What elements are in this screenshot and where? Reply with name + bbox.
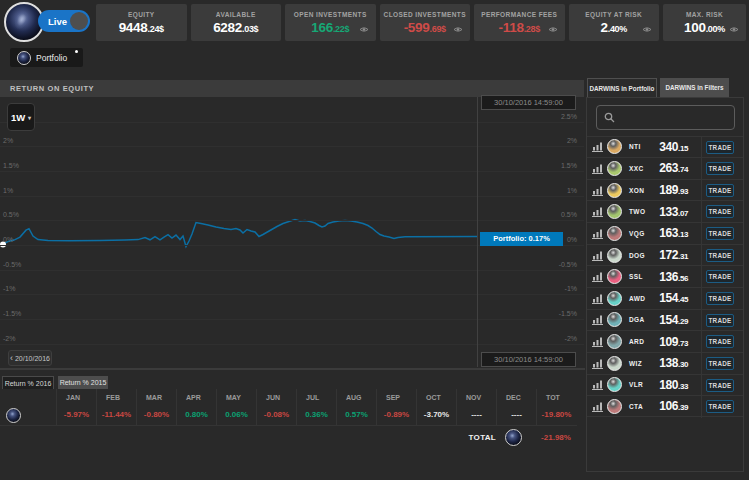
chart-bars-icon[interactable] — [592, 379, 605, 390]
y-tick-right: 1% — [567, 187, 577, 194]
eye-icon[interactable] — [359, 26, 369, 33]
darwin-avatar — [607, 139, 622, 154]
darwin-quote: 263.74 — [657, 161, 688, 175]
darwin-row-xxc: XXC263.74TRADE — [587, 157, 743, 179]
total-value: -21.98% — [536, 433, 576, 442]
chevron-left-icon: ‹ — [10, 353, 13, 363]
range-dropdown[interactable]: 1W ▾ — [7, 103, 35, 131]
stat-equity-at-risk: EQUITY AT RISK2.40% — [569, 4, 660, 41]
trade-button[interactable]: TRADE — [706, 249, 734, 262]
value-cell-aug: 0.57% — [336, 405, 376, 425]
value-cell-feb: -11.44% — [96, 405, 136, 425]
crosshair-date-bottom: 30/10/2016 14:59:00 — [481, 352, 576, 367]
darwin-avatar — [607, 248, 622, 263]
trade-button[interactable]: TRADE — [706, 141, 734, 154]
header-cell-mar: MAR — [136, 389, 176, 405]
value-cell-tot: -19.80% — [536, 405, 576, 425]
portfolio-tab-dot — [75, 50, 78, 53]
trade-button[interactable]: TRADE — [706, 292, 734, 305]
darwins-tab-portfolio[interactable]: DARWINS in Portfolio — [587, 78, 657, 97]
darwin-row-vqg: VQG163.13TRADE — [587, 222, 743, 244]
darwin-avatar — [607, 312, 622, 327]
live-toggle[interactable]: Live — [38, 10, 90, 32]
darwin-quote: 340.15 — [657, 140, 688, 154]
darwin-row-dga: DGA154.29TRADE — [587, 309, 743, 331]
gridline — [0, 220, 584, 221]
chart-bars-icon[interactable] — [592, 141, 605, 152]
darwin-avatar — [607, 183, 622, 198]
y-tick-right: 0% — [567, 236, 577, 243]
header-stats: EQUITY9448.24$AVAILABLE6282.03$OPEN INVE… — [96, 4, 746, 41]
darwin-ticker: NTI — [629, 143, 657, 150]
chart-bars-icon[interactable] — [592, 293, 605, 304]
darwin-ticker: VLR — [629, 381, 657, 388]
chart-bars-icon[interactable] — [592, 314, 605, 325]
eye-icon[interactable] — [548, 26, 558, 33]
trade-button[interactable]: TRADE — [706, 357, 734, 370]
value-cell-dec: ---- — [496, 405, 536, 425]
stat-max-risk: MAX. RISK100.00% — [663, 4, 746, 41]
crosshair-line — [477, 97, 478, 367]
chart-bars-icon[interactable] — [592, 401, 605, 412]
returns-table-values: -5.97%-11.44%-0.80%0.80%0.06%-0.08%0.36%… — [0, 405, 577, 425]
returns-tab-2015[interactable]: Return % 2015 — [58, 376, 108, 389]
darwin-ticker: XXC — [629, 165, 657, 172]
stat-value: 6282.03$ — [191, 20, 282, 35]
y-tick-left: 2% — [3, 137, 13, 144]
returns-tab-2016[interactable]: Return % 2016 — [2, 376, 54, 389]
chart-bars-icon[interactable] — [592, 358, 605, 369]
eye-icon[interactable] — [642, 26, 652, 33]
y-tick-left: 0% — [3, 236, 13, 243]
trade-button[interactable]: TRADE — [706, 227, 734, 240]
y-tick-right: -1.5% — [559, 310, 577, 317]
darwin-ticker: DOG — [629, 252, 657, 259]
darwin-quote: 106.39 — [657, 399, 688, 413]
gridline — [0, 122, 584, 123]
portfolio-tab-label: Portfolio — [36, 53, 67, 63]
portfolio-tab-icon — [17, 51, 31, 65]
stat-closed-investments: CLOSED INVESTMENTS-599.69$ — [380, 4, 471, 41]
darwin-row-nti: NTI340.15TRADE — [587, 136, 743, 158]
trade-button[interactable]: TRADE — [706, 379, 734, 392]
portfolio-value-flag: Portfolio: 0.17% — [480, 232, 563, 246]
trade-button[interactable]: TRADE — [706, 270, 734, 283]
trade-button[interactable]: TRADE — [706, 162, 734, 175]
eye-icon[interactable] — [729, 26, 739, 33]
darwin-ticker: DGA — [629, 316, 657, 323]
darwin-quote: 180.33 — [657, 378, 688, 392]
chart-bars-icon[interactable] — [592, 185, 605, 196]
trade-button[interactable]: TRADE — [706, 184, 734, 197]
trade-button[interactable]: TRADE — [706, 205, 734, 218]
tab-portfolio[interactable]: Portfolio — [10, 48, 83, 67]
chart-bars-icon[interactable] — [592, 250, 605, 261]
stat-available: AVAILABLE6282.03$ — [191, 4, 282, 41]
darwin-quote: 154.45 — [657, 291, 688, 305]
stat-label: MAX. RISK — [663, 4, 746, 18]
header-cell-jul: JUL — [296, 389, 336, 405]
chart-bars-icon[interactable] — [592, 206, 605, 217]
chart-bars-icon[interactable] — [592, 163, 605, 174]
y-tick-left: -1.5% — [3, 310, 21, 317]
trade-button[interactable]: TRADE — [706, 400, 734, 413]
chart-bars-icon[interactable] — [592, 336, 605, 347]
chart-back-button[interactable]: ‹20/10/2016 — [8, 350, 52, 366]
stat-label: AVAILABLE — [191, 4, 282, 18]
chart-bars-icon[interactable] — [592, 228, 605, 239]
value-cell-apr: 0.80% — [176, 405, 216, 425]
darwin-avatar — [607, 226, 622, 241]
chart-bars-icon[interactable] — [592, 271, 605, 282]
live-toggle-knob — [70, 12, 88, 30]
search-input[interactable] — [621, 108, 733, 128]
trade-button[interactable]: TRADE — [706, 335, 734, 348]
trade-button[interactable]: TRADE — [706, 314, 734, 327]
returns-table: JANFEBMARAPRMAYJUNJULAUGSEPOCTNOVDECTOT … — [0, 389, 577, 425]
gridline — [0, 171, 584, 172]
gridline — [0, 270, 584, 271]
eye-icon[interactable] — [453, 26, 463, 33]
darwin-avatar — [607, 377, 622, 392]
darwins-tab-filters[interactable]: DARWINS in Filters — [660, 78, 729, 97]
darwin-ticker: SSL — [629, 273, 657, 280]
darwins-panel: NTI340.15TRADEXXC263.74TRADEXON189.93TRA… — [586, 97, 744, 472]
gridline — [0, 319, 584, 320]
darwins-search[interactable] — [596, 105, 735, 130]
